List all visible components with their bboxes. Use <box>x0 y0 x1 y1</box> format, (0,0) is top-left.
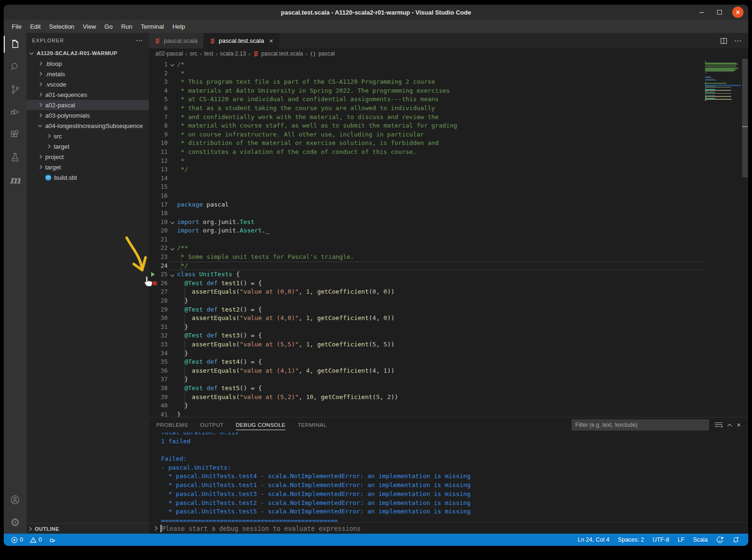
close-tab-icon[interactable]: × <box>269 37 273 45</box>
breadcrumb-item[interactable]: a02-pascal <box>155 50 183 57</box>
breadcrumb-item[interactable]: pascal <box>318 50 335 57</box>
account-icon[interactable] <box>4 488 26 511</box>
code-line-17[interactable]: 17package pascal <box>149 200 703 209</box>
panel-tab-debug-console[interactable]: DEBUG CONSOLE <box>236 417 286 432</box>
menu-item-view[interactable]: View <box>79 20 100 33</box>
code-line-5[interactable]: 5 * at CS-A1120 are individual and confi… <box>149 95 703 104</box>
code-line-16[interactable]: 16 <box>149 192 703 200</box>
tab-pascal-test-scala[interactable]: pascal.test.scala× <box>204 33 279 48</box>
tree-item-target[interactable]: target <box>26 162 149 172</box>
code-line-33[interactable]: 33 assertEquals("value at (5,5)", 1, get… <box>149 340 703 349</box>
debug-console-prompt[interactable]: Please start a debug session to evaluate… <box>149 522 748 534</box>
tree-item-a02-pascal[interactable]: a02-pascal <box>26 100 149 110</box>
scrollbar-thumb[interactable] <box>742 59 748 177</box>
code-line-32[interactable]: 32 @Test def test3() = { <box>149 331 703 340</box>
code-line-39[interactable]: 39 assertEquals("value at (5,2)", 10, ge… <box>149 393 703 402</box>
code-editor[interactable]: 1/*2 *3 * This program text file is part… <box>149 59 748 417</box>
tree-item--bloop[interactable]: .bloop <box>26 58 149 69</box>
minimize-button[interactable]: – <box>696 7 707 17</box>
code-line-10[interactable]: 10 * distribution of the material or exe… <box>149 139 703 148</box>
tree-item--metals[interactable]: .metals <box>26 69 149 79</box>
code-line-7[interactable]: 7 * and confidentially work with the mat… <box>149 113 703 122</box>
code-line-41[interactable]: 41} <box>149 410 703 417</box>
status-error-circle[interactable]: 0 <box>8 536 25 544</box>
code-line-20[interactable]: 20import org.junit.Assert._ <box>149 226 703 235</box>
fold-chevron-icon[interactable] <box>170 272 174 276</box>
close-button[interactable]: × <box>732 7 744 18</box>
menu-item-selection[interactable]: Selection <box>45 20 78 33</box>
menu-item-go[interactable]: Go <box>100 20 117 33</box>
status-lf[interactable]: LF <box>673 536 689 543</box>
debug-console-output[interactable]: Total duration: 0.11s1 failed Failed:- p… <box>149 432 748 522</box>
code-line-4[interactable]: 4 * materials at Aalto University in Spr… <box>149 87 703 96</box>
code-line-23[interactable]: 23 * Some simple unit tests for Pascal's… <box>149 253 703 262</box>
code-line-6[interactable]: 6 * that as a student taking the course … <box>149 104 703 113</box>
settings-gear-icon[interactable]: ⚙ <box>4 511 26 534</box>
explorer-icon[interactable] <box>4 33 26 56</box>
code-line-18[interactable]: 18 <box>149 209 703 218</box>
breadcrumb-item[interactable]: pascal.test.scala <box>261 50 303 57</box>
filter-input[interactable] <box>572 419 709 431</box>
test-flask-icon[interactable] <box>4 146 26 168</box>
fold-chevron-icon[interactable] <box>170 63 174 66</box>
code-line-27[interactable]: 27 assertEquals("value at (0,0)", 1, get… <box>149 288 703 296</box>
status-scala[interactable]: Scala <box>689 536 712 543</box>
clear-filter-icon[interactable]: × <box>715 422 722 428</box>
panel-tab-problems[interactable]: PROBLEMS <box>156 417 188 432</box>
code-line-12[interactable]: 12 * <box>149 157 703 166</box>
code-line-3[interactable]: 3 * This program text file is part of th… <box>149 78 703 87</box>
more-actions-icon[interactable]: ⋯ <box>734 36 742 45</box>
status-spaces-2[interactable]: Spaces: 2 <box>614 536 648 543</box>
extensions-icon[interactable] <box>4 123 26 146</box>
run-debug-icon[interactable] <box>4 101 26 123</box>
status-debug-bug[interactable] <box>46 536 58 544</box>
code-line-21[interactable]: 21 <box>149 235 703 244</box>
tree-item-a01-sequences[interactable]: a01-sequences <box>26 89 149 100</box>
code-line-30[interactable]: 30 assertEquals("value at (4,0)", 1, get… <box>149 314 703 323</box>
code-line-8[interactable]: 8 * material with course staff, as well … <box>149 121 703 130</box>
tree-item-build-sbt[interactable]: build.sbt <box>26 172 149 183</box>
status-warning-triangle[interactable]: 0 <box>27 536 44 544</box>
code-line-1[interactable]: 1/* <box>149 60 703 69</box>
tree-item-project[interactable]: project <box>26 152 149 162</box>
editor-scrollbar[interactable] <box>742 59 748 417</box>
close-panel-icon[interactable]: × <box>737 421 741 429</box>
split-editor-icon[interactable] <box>720 37 728 45</box>
breadcrumb-item[interactable]: scala-2.13 <box>220 50 246 57</box>
minimap[interactable] <box>705 61 741 102</box>
tree-item-target[interactable]: target <box>26 141 149 152</box>
status-feedback-smiley[interactable] <box>712 536 728 544</box>
status-utf-8[interactable]: UTF-8 <box>648 536 673 543</box>
maximize-panel-icon[interactable] <box>727 424 732 428</box>
run-test-icon[interactable] <box>151 272 155 277</box>
code-line-28[interactable]: 28 } <box>149 296 703 305</box>
code-line-40[interactable]: 40 } <box>149 401 703 410</box>
tab-pascal-scala[interactable]: pascal.scala <box>149 33 204 48</box>
tree-item-src[interactable]: src <box>26 131 149 141</box>
tree-item-a04-longestincreasingsubsequence[interactable]: a04-longestIncreasingSubsequence <box>26 120 149 131</box>
code-line-25[interactable]: 25class UnitTests { <box>149 270 703 279</box>
menu-item-help[interactable]: Help <box>168 20 189 33</box>
code-line-13[interactable]: 13 */ <box>149 165 703 174</box>
fold-chevron-icon[interactable] <box>170 220 174 224</box>
panel-tab-output[interactable]: OUTPUT <box>200 417 224 432</box>
metals-extension-icon[interactable]: m <box>4 168 26 191</box>
menu-item-edit[interactable]: Edit <box>26 20 45 33</box>
code-line-37[interactable]: 37 } <box>149 375 703 384</box>
tree-item-a03-polynomials[interactable]: a03-polynomials <box>26 110 149 120</box>
source-control-icon[interactable] <box>4 78 26 101</box>
code-line-24[interactable]: 24 */ <box>149 262 703 271</box>
menu-item-terminal[interactable]: Terminal <box>137 20 168 33</box>
breadcrumb-item[interactable]: test <box>204 50 213 57</box>
status-ln-24-col-4[interactable]: Ln 24, Col 4 <box>574 536 614 543</box>
code-line-9[interactable]: 9 * on course infrastructure. All other … <box>149 130 703 139</box>
panel-tab-terminal[interactable]: TERMINAL <box>298 417 326 432</box>
code-line-2[interactable]: 2 * <box>149 69 703 78</box>
code-line-15[interactable]: 15 <box>149 183 703 192</box>
status-bell-dot[interactable] <box>728 536 744 544</box>
tree-root[interactable]: A1120-SCALA2-R01-WARMUP <box>26 48 149 58</box>
code-line-22[interactable]: 22/** <box>149 244 703 253</box>
menu-item-file[interactable]: File <box>8 20 26 33</box>
code-line-19[interactable]: 19import org.junit.Test <box>149 218 703 227</box>
tree-item--vscode[interactable]: .vscode <box>26 79 149 89</box>
